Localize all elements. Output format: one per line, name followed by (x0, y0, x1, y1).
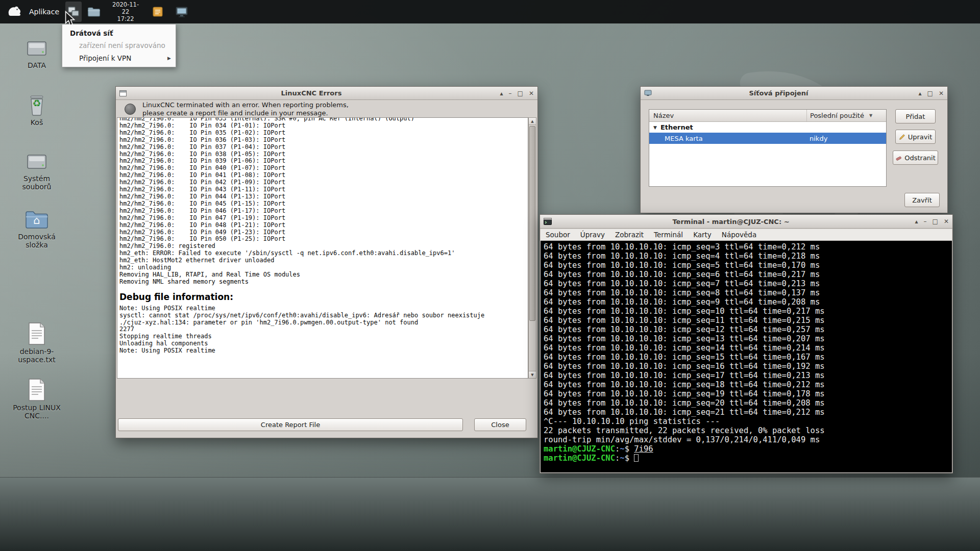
error-stop-icon (125, 104, 136, 115)
shade-button[interactable]: ▴ (500, 90, 503, 96)
connection-name: MESA karta (649, 135, 806, 142)
menu-terminal[interactable]: Terminál (649, 231, 688, 239)
create-report-file-button[interactable]: Create Report File (118, 418, 463, 431)
typed-command: 7i96 (634, 444, 653, 454)
clock-date: 2020-11-22 (109, 1, 142, 15)
add-connection-button[interactable]: Přidat (895, 109, 936, 123)
home-folder-icon: ⌂ (24, 208, 49, 231)
connection-row-mesa-karta[interactable]: MESA karta nikdy (649, 133, 886, 144)
network-connections-window: Síťová připojení ▴ □ ✕ Název Poslední po… (640, 86, 948, 213)
debug-file-header: Debug file information: (117, 286, 528, 305)
error-message-line2: please create a report file and include … (142, 109, 349, 117)
minimize-button[interactable]: – (509, 90, 512, 96)
terminal-titlebar[interactable]: Terminal - martin@CJUZ-CNC: ~ ▴ – □ ✕ (540, 215, 952, 229)
ethernet-group-row[interactable]: ▼ Ethernet (649, 122, 886, 133)
delete-connection-button[interactable]: Odstranit (893, 151, 938, 165)
error-message-line1: LinuxCNC terminated with an error. When … (142, 101, 349, 109)
desktop-icon-postup-txt[interactable]: Postup LINUX CNC.... (6, 378, 67, 420)
desktop-icon-data[interactable]: DATA (6, 38, 67, 69)
drive-icon (24, 151, 49, 172)
scrollbar-thumb[interactable] (529, 126, 535, 321)
linuxcnc-titlebar[interactable]: LinuxCNC Errors ▴ – □ ✕ (116, 87, 537, 100)
prompt-line-current: martin@CJUZ-CNC:~$ (544, 454, 952, 463)
column-header-last-used[interactable]: Poslední použité ▼ (806, 110, 886, 121)
shade-button[interactable]: ▴ (915, 218, 918, 224)
expander-icon[interactable]: ▼ (649, 125, 660, 130)
close-button[interactable]: ✕ (939, 90, 944, 96)
desktop-icon-trash[interactable]: ♻ Koš (6, 94, 67, 127)
log-scrollbar[interactable]: ▲ ▼ (528, 117, 536, 379)
folder-icon (87, 7, 101, 17)
network-titlebar[interactable]: Síťová připojení ▴ □ ✕ (641, 87, 947, 100)
terminal-cursor (634, 454, 639, 462)
terminal-screen[interactable]: 64 bytes from 10.10.10.10: icmp_seq=3 tt… (541, 241, 952, 472)
debug-file-text: Note: Using POSIX realtime sysctl: canno… (117, 305, 528, 355)
maximize-button[interactable]: □ (927, 90, 933, 96)
window-title: Terminal - martin@CJUZ-CNC: ~ (560, 218, 901, 226)
error-message: LinuxCNC terminated with an error. When … (142, 101, 349, 117)
scroll-up-arrow[interactable]: ▲ (529, 118, 536, 125)
prompt-user-host: martin@CJUZ-CNC (544, 444, 615, 454)
prompt-colon: : (615, 454, 620, 463)
desktop-icon-debian-txt[interactable]: debian-9-uspace.txt (6, 322, 67, 364)
clock-time: 17:22 (109, 15, 142, 22)
menu-zobrazit[interactable]: Zobrazit (610, 231, 649, 239)
wired-network-header: Drátová síť (62, 27, 176, 39)
delete-connection-label: Odstranit (904, 154, 936, 162)
menu-upravy[interactable]: Úpravy (575, 231, 610, 239)
terminal-output: 64 bytes from 10.10.10.10: icmp_seq=3 tt… (544, 242, 952, 444)
list-header: Název Poslední použité ▼ (649, 110, 886, 122)
menu-karty[interactable]: Karty (688, 231, 717, 239)
scroll-down-arrow[interactable]: ▼ (529, 371, 536, 378)
terminal-menubar: Soubor Úpravy Zobrazit Terminál Karty Ná… (541, 229, 952, 241)
column-header-name[interactable]: Název (649, 110, 806, 121)
close-button[interactable]: ✕ (944, 218, 949, 224)
desktop-icon-label: DATA (28, 61, 46, 69)
drive-icon (24, 38, 49, 59)
maximize-button[interactable]: □ (933, 218, 938, 224)
xfce-logo-icon (6, 5, 22, 18)
maximize-button[interactable]: □ (518, 90, 523, 96)
window-icon (544, 218, 552, 225)
desktop-icon-home[interactable]: ⌂ Domovská složka (6, 208, 67, 249)
close-button[interactable]: Close (474, 418, 526, 431)
display-launcher[interactable] (174, 2, 190, 22)
prompt-dollar: $ (625, 454, 634, 463)
text-file-icon (27, 378, 46, 402)
close-window-button[interactable]: Zavřít (904, 193, 940, 207)
applications-menu-label: Aplikace (29, 8, 59, 16)
menu-soubor[interactable]: Soubor (541, 231, 575, 239)
network-manager-applet[interactable] (65, 2, 82, 22)
clock[interactable]: 2020-11-22 17:22 (109, 1, 142, 22)
file-manager-launcher[interactable] (86, 2, 102, 22)
applications-menu-button[interactable] (4, 2, 24, 22)
ethernet-group-label: Ethernet (660, 123, 693, 131)
desktop-icon-label: debian-9-uspace.txt (11, 347, 62, 364)
eraser-icon (895, 155, 902, 161)
close-button[interactable]: ✕ (529, 90, 534, 96)
sort-arrow-icon: ▼ (869, 113, 872, 118)
window-title: LinuxCNC Errors (136, 89, 486, 97)
prompt-user-host: martin@CJUZ-CNC (544, 454, 615, 463)
minimize-button[interactable]: – (924, 218, 927, 224)
window-icon (644, 90, 652, 96)
shade-button[interactable]: ▴ (919, 90, 922, 96)
monitor-icon (175, 6, 188, 18)
desktop-screen: Aplikace 2020-11-22 17:22 (0, 0, 980, 551)
text-file-icon (27, 322, 46, 345)
vpn-connections-label: Připojení k VPN (79, 54, 131, 62)
error-log-view[interactable]: hm2/hm2_7i96.0: IO Pin 033 (Internal): S… (117, 117, 528, 379)
terminal-window: Terminal - martin@CJUZ-CNC: ~ ▴ – □ ✕ So… (540, 214, 953, 473)
notes-launcher[interactable] (150, 2, 165, 22)
menu-napoveda[interactable]: Nápověda (717, 231, 762, 239)
pencil-icon (899, 134, 905, 140)
desktop-icon-label: Domovská složka (11, 233, 62, 249)
wired-network-icon (67, 6, 80, 17)
desktop-icon-filesystem[interactable]: Systém souborů (6, 151, 67, 191)
error-log-text: hm2/hm2_7i96.0: IO Pin 033 (Internal): S… (117, 117, 528, 286)
vpn-connections-item[interactable]: Připojení k VPN ▶ (62, 52, 176, 64)
connections-list: Název Poslední použité ▼ ▼ Ethernet MESA… (649, 109, 887, 187)
trash-icon: ♻ (24, 94, 49, 116)
window-icon (119, 90, 127, 96)
edit-connection-button[interactable]: Upravit (895, 130, 936, 144)
